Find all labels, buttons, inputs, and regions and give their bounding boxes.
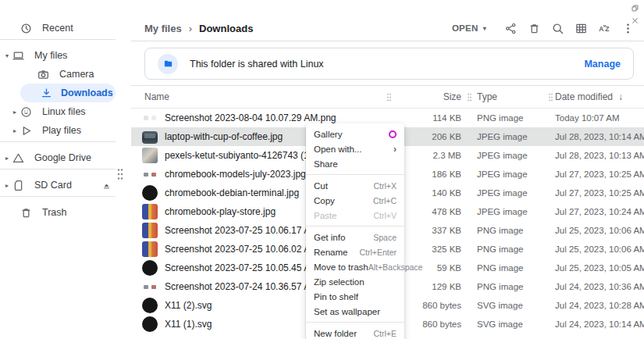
breadcrumb-separator-icon: › <box>189 23 192 34</box>
file-size: 114 KB <box>393 113 461 123</box>
breadcrumb: My files › Downloads <box>144 23 253 34</box>
menu-item-rename[interactable]: Rename Ctrl+Enter <box>306 244 404 259</box>
laptop-icon <box>12 49 25 62</box>
menu-item-new-folder[interactable]: New folder Ctrl+E <box>306 326 404 339</box>
sidebar-item-sd-card[interactable]: ▸ SD Card <box>0 176 131 194</box>
breadcrumb-downloads[interactable]: Downloads <box>199 23 253 34</box>
trash-icon <box>528 22 541 35</box>
sidebar-item-label: Recent <box>42 23 73 34</box>
file-name: chromebook-models-july-2023.jpg <box>165 169 306 180</box>
file-type: SVG image <box>477 301 546 310</box>
column-header-date-modified[interactable]: Date modified ↓ <box>555 91 639 102</box>
submenu-icon: › <box>393 145 397 154</box>
search-button[interactable] <box>546 16 569 40</box>
files-app-window: Recent ▾ My files Camera <box>0 0 644 339</box>
menu-item-move-to-trash[interactable]: Move to trash Alt+Backspace <box>306 259 404 274</box>
file-name: laptop-with-cup-of-coffee.jpg <box>165 131 283 142</box>
menu-item-gallery[interactable]: Gallery <box>306 127 404 141</box>
sidebar-item-linux-files[interactable]: ▸ Linux files <box>0 102 131 121</box>
shared-folder-icon <box>163 59 173 69</box>
breadcrumb-my-files[interactable]: My files <box>144 23 182 34</box>
sidebar-item-camera[interactable]: Camera <box>0 65 131 84</box>
manage-link[interactable]: Manage <box>584 59 621 70</box>
file-type: PNG image <box>477 244 546 254</box>
menu-item-share[interactable]: Share <box>306 156 404 171</box>
menu-divider <box>306 174 404 175</box>
expand-arrow-icon[interactable]: ▸ <box>11 109 19 116</box>
camera-icon <box>37 68 50 81</box>
menu-divider <box>306 226 404 227</box>
menu-item-set-as-wallpaper[interactable]: Set as wallpaper <box>306 304 404 319</box>
close-button[interactable] <box>628 14 641 27</box>
file-date-modified: Today 10:07 AM <box>555 113 639 123</box>
sidebar-item-trash[interactable]: Trash <box>0 203 131 222</box>
file-date-modified: Jul 24, 2023, 10:36 AM <box>555 282 639 291</box>
file-name: chromebook-debian-terminal.jpg <box>165 187 299 198</box>
menu-item-copy[interactable]: Copy Ctrl+C <box>306 193 404 208</box>
restore-button[interactable] <box>628 2 641 14</box>
file-date-modified: Jul 27, 2023, 10:25 AM <box>555 170 639 179</box>
file-name: Screenshot 2023-08-04 10.07.29 AM.png <box>165 112 336 123</box>
menu-item-zip-selection[interactable]: Zip selection <box>306 274 404 289</box>
expand-arrow-icon[interactable]: ▾ <box>3 52 11 59</box>
expand-arrow-icon[interactable]: ▸ <box>3 182 11 189</box>
column-header-name[interactable]: Name <box>131 91 393 102</box>
file-thumbnail <box>142 166 158 182</box>
column-resize-handle-icon[interactable] <box>547 92 554 102</box>
file-type: JPEG image <box>477 207 546 216</box>
file-thumbnail <box>142 241 158 257</box>
file-type: JPEG image <box>477 188 546 198</box>
file-date-modified: Jul 24, 2023, 10:28 AM <box>555 301 639 310</box>
file-name: X11 (1).svg <box>165 319 212 330</box>
menu-item-label: Get info <box>314 233 345 242</box>
menu-item-label: Open with... <box>314 145 361 154</box>
sidebar-item-label: Trash <box>42 207 67 218</box>
file-date-modified: Jul 25, 2023, 10:06 AM <box>555 226 639 235</box>
sidebar-resize-handle-icon[interactable] <box>116 167 124 181</box>
titlebar <box>0 0 644 16</box>
expand-arrow-icon[interactable]: ▸ <box>3 155 11 162</box>
menu-item-label: Paste <box>314 211 336 220</box>
menu-item-label: Share <box>314 159 338 169</box>
sidebar-item-label: Google Drive <box>34 152 91 163</box>
share-button[interactable] <box>499 16 522 40</box>
play-icon <box>20 124 33 137</box>
menu-item-shortcut: Space <box>373 233 397 242</box>
column-resize-handle-icon[interactable] <box>466 92 473 102</box>
sdcard-icon <box>12 179 25 192</box>
sidebar-item-google-drive[interactable]: ▸ Google Drive <box>0 148 131 167</box>
sidebar-item-my-files[interactable]: ▾ My files <box>0 46 131 65</box>
open-button[interactable]: OPEN ▾ <box>447 20 491 36</box>
sidebar-separator <box>0 141 116 142</box>
grid-icon <box>575 22 588 35</box>
menu-item-shortcut: Alt+Backspace <box>368 262 423 272</box>
trash-button[interactable] <box>522 16 546 40</box>
menu-item-label: New folder <box>314 329 357 338</box>
file-thumbnail <box>142 204 158 219</box>
sidebar: Recent ▾ My files Camera <box>0 16 131 339</box>
menu-item-cut[interactable]: Cut Ctrl+X <box>306 178 404 193</box>
column-header-size[interactable]: Size <box>393 91 461 102</box>
menu-item-open-with[interactable]: Open with... › <box>306 141 404 156</box>
sort-icon <box>598 22 611 35</box>
sidebar-item-play-files[interactable]: ▸ Play files <box>0 121 131 140</box>
menu-item-paste[interactable]: Paste Ctrl+V <box>306 208 404 223</box>
file-thumbnail <box>142 298 158 313</box>
sidebar-item-recent[interactable]: Recent <box>0 19 131 37</box>
sidebar-item-downloads[interactable]: Downloads <box>20 84 116 102</box>
column-header-type[interactable]: Type <box>477 91 546 102</box>
file-thumbnail <box>142 316 158 332</box>
file-date-modified: Jul 25, 2023, 10:05 AM <box>555 263 639 273</box>
menu-item-get-info[interactable]: Get info Space <box>306 230 404 244</box>
eject-icon[interactable] <box>101 180 112 191</box>
file-type: JPEG image <box>477 170 546 179</box>
file-type: PNG image <box>477 282 546 291</box>
column-resize-handle-icon[interactable] <box>386 92 393 102</box>
sort-button[interactable] <box>592 16 616 40</box>
expand-arrow-icon[interactable]: ▸ <box>11 127 19 134</box>
file-type: SVG image <box>477 319 546 329</box>
file-thumbnail <box>142 148 158 163</box>
sidebar-item-label: Camera <box>59 69 94 80</box>
menu-item-pin-to-shelf[interactable]: Pin to shelf <box>306 289 404 304</box>
grid-button[interactable] <box>569 16 592 40</box>
